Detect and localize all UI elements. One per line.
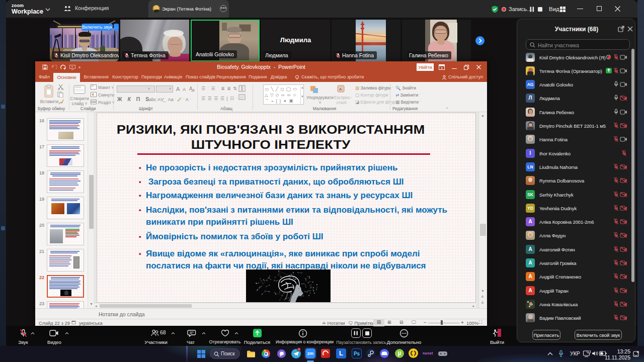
svg-text:А: А	[339, 87, 342, 92]
